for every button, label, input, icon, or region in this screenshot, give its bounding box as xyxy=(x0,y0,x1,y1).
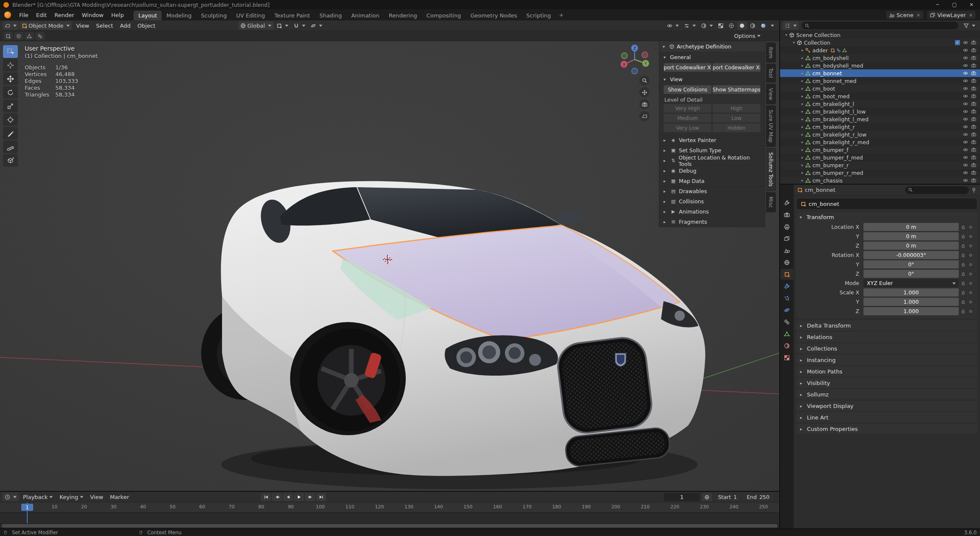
transform-value-field[interactable]: 1.000 xyxy=(863,298,959,306)
play-reverse-button[interactable] xyxy=(283,493,293,501)
transform-panel-header[interactable]: ▾ Transform xyxy=(796,212,977,222)
viewlayer-unlink-button[interactable]: × xyxy=(969,12,973,18)
lock-icon[interactable] xyxy=(959,271,967,276)
hide-eye-icon[interactable] xyxy=(963,94,968,99)
expand-arrow-icon[interactable] xyxy=(800,63,805,68)
shading-wireframe-button[interactable] xyxy=(726,21,736,30)
view-subpanel-header[interactable]: ▾ View xyxy=(659,74,765,84)
expand-arrow-icon[interactable] xyxy=(800,171,805,175)
collapsed-panel-header[interactable]: ▸ ◈ Vertex Painter xyxy=(659,135,765,145)
outliner-row[interactable]: cm_boot ✓ xyxy=(780,85,980,92)
collapsed-section-header[interactable]: ▸ Viewport Display xyxy=(796,401,977,411)
tool-box-select[interactable] xyxy=(3,45,18,58)
expand-arrow-icon[interactable] xyxy=(800,140,805,144)
hide-eye-icon[interactable] xyxy=(963,101,968,106)
tool-settings-toggle-3[interactable] xyxy=(25,32,34,40)
collapsed-section-header[interactable]: ▸ Relations xyxy=(796,332,977,342)
timeline-menu-item[interactable]: Marker xyxy=(107,493,133,502)
lod-button[interactable]: Low xyxy=(712,114,761,123)
snap-toggle[interactable] xyxy=(291,21,308,30)
blender-menu-icon[interactable] xyxy=(4,11,11,18)
scene-unlink-button[interactable]: × xyxy=(916,12,920,18)
viewport-menu-item[interactable]: View xyxy=(73,21,93,30)
hide-eye-icon[interactable] xyxy=(963,48,968,53)
tab-constraints[interactable] xyxy=(781,316,793,327)
lock-icon[interactable] xyxy=(959,290,967,295)
outliner-row[interactable]: cm_brakelight_r_med ✓ xyxy=(780,138,980,146)
expand-arrow-icon[interactable] xyxy=(800,102,805,106)
outliner-row[interactable]: cm_bonnet_med ✓ xyxy=(780,77,980,85)
collapsed-section-header[interactable]: ▸ Custom Properties xyxy=(796,424,977,434)
scene-selector[interactable]: Scene × xyxy=(886,11,923,19)
maximize-button[interactable]: ▢ xyxy=(946,0,963,9)
transform-value-field[interactable]: 1.000 xyxy=(863,288,959,297)
zoom-button[interactable] xyxy=(639,75,650,86)
toggle-perspective-button[interactable] xyxy=(639,111,650,121)
lock-icon[interactable] xyxy=(959,309,967,314)
tool-settings-toggle-1[interactable] xyxy=(3,32,13,40)
tab-object-data[interactable] xyxy=(781,328,793,339)
timeline-menu-item[interactable]: Keying xyxy=(56,493,87,502)
next-keyframe-button[interactable] xyxy=(305,493,315,501)
timeline-ruler[interactable]: 1020304050607080901001101201301401501601… xyxy=(0,502,779,513)
archetype-panel-header[interactable]: ▾ Archetype Definition xyxy=(659,41,765,52)
transform-value-field[interactable]: -0.000003° xyxy=(863,251,959,259)
outliner-row[interactable]: Collection ✓ xyxy=(780,39,980,46)
tab-material[interactable] xyxy=(781,340,793,351)
xray-toggle[interactable] xyxy=(716,21,726,30)
animate-dot[interactable] xyxy=(967,291,974,294)
hide-eye-icon[interactable] xyxy=(963,140,968,145)
pin-id-icon[interactable] xyxy=(971,187,977,193)
disable-render-camera-icon[interactable] xyxy=(971,86,976,91)
sidebar-tab[interactable]: Item xyxy=(766,43,776,63)
viewlayer-selector[interactable]: ViewLayer × xyxy=(927,11,976,19)
tab-particles[interactable] xyxy=(781,293,793,303)
disable-render-camera-icon[interactable] xyxy=(971,94,976,99)
tool-move[interactable] xyxy=(3,72,18,85)
hide-eye-icon[interactable] xyxy=(963,71,968,76)
sidebar-tab[interactable]: Sure UV Map xyxy=(766,105,776,147)
expand-arrow-icon[interactable] xyxy=(800,125,805,129)
lock-icon[interactable] xyxy=(959,234,967,239)
object-visibility-dropdown[interactable] xyxy=(665,21,681,30)
lock-icon[interactable] xyxy=(959,281,967,285)
workspace-tab[interactable]: UV Editing xyxy=(231,11,270,20)
codewalker-xml-button[interactable]: Export Codewalker XML xyxy=(712,63,761,72)
animate-dot[interactable] xyxy=(967,235,974,238)
outliner-row[interactable]: Scene Collection ✓ xyxy=(780,31,980,39)
navigation-gizmo[interactable]: Z X Y xyxy=(618,43,651,76)
transform-value-field[interactable]: 0° xyxy=(863,260,959,268)
shading-rendered-button[interactable] xyxy=(758,21,768,30)
animate-dot[interactable] xyxy=(967,273,974,275)
lod-button[interactable]: Hidden xyxy=(712,123,761,132)
hide-eye-icon[interactable] xyxy=(963,117,968,122)
tab-view-layer[interactable] xyxy=(781,233,793,244)
menubar-menu-item[interactable]: Help xyxy=(108,11,128,20)
disable-render-camera-icon[interactable] xyxy=(971,178,976,183)
menubar-menu-item[interactable]: File xyxy=(15,11,32,20)
outliner-row[interactable]: adder ✓ xyxy=(780,46,980,54)
tab-render[interactable] xyxy=(781,209,793,220)
tool-add-cube[interactable] xyxy=(3,154,18,167)
jump-to-end-button[interactable] xyxy=(316,493,326,501)
outliner-row[interactable]: cm_bodyshell ✓ xyxy=(780,54,980,62)
lock-icon[interactable] xyxy=(959,225,967,229)
collapsed-panel-header[interactable]: ▸ ▧ Collisions xyxy=(659,196,765,206)
workspace-tab[interactable]: Animation xyxy=(347,11,384,20)
hide-eye-icon[interactable] xyxy=(963,147,968,152)
collapsed-panel-header[interactable]: ▸ ▣ Set Sollum Type xyxy=(659,145,765,155)
hide-eye-icon[interactable] xyxy=(963,63,968,68)
collapsed-panel-header[interactable]: ▸ ⇅ Object Location & Rotation Tools xyxy=(659,155,765,165)
timeline-menu-item[interactable]: Playback xyxy=(20,493,56,502)
animate-dot[interactable] xyxy=(967,282,974,285)
tab-tool[interactable] xyxy=(781,197,793,208)
expand-arrow-icon[interactable] xyxy=(800,48,805,52)
end-frame-field[interactable]: End 250 xyxy=(743,493,773,501)
front-wheel[interactable] xyxy=(290,322,406,435)
expand-arrow-icon[interactable] xyxy=(800,117,805,121)
timeline-track[interactable] xyxy=(0,513,779,523)
animate-dot[interactable] xyxy=(967,226,974,228)
disable-render-camera-icon[interactable] xyxy=(971,48,976,53)
play-button[interactable] xyxy=(294,493,304,501)
jump-to-start-button[interactable] xyxy=(261,493,271,501)
